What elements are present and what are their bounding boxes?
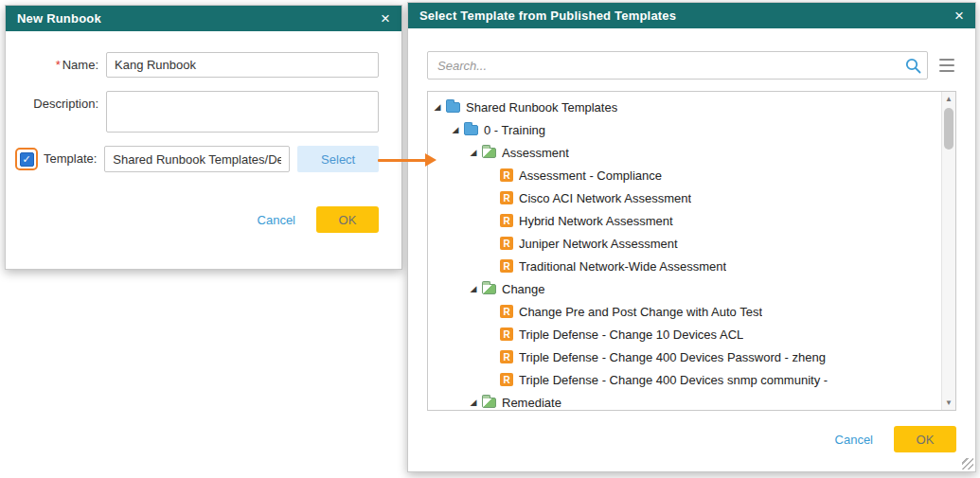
select-template-button[interactable]: Select <box>297 146 379 172</box>
expander-icon[interactable]: ◢ <box>468 284 479 293</box>
description-row: Description: <box>15 91 379 133</box>
folder-icon <box>464 125 478 135</box>
runbook-icon: R <box>500 191 513 204</box>
select-template-footer: Cancel OK <box>427 426 956 452</box>
tree-item[interactable]: RHybrid Network Assessment <box>428 209 936 232</box>
annotation-arrow-head <box>425 153 437 167</box>
search-row <box>427 51 956 80</box>
tree-item[interactable]: ◢Change <box>428 277 936 300</box>
dialog-title: Select Template from Published Templates <box>419 9 953 23</box>
cancel-button[interactable]: Cancel <box>835 433 873 447</box>
tree-item-label: Shared Runbook Templates <box>466 100 617 115</box>
check-icon: ✓ <box>22 154 30 165</box>
runbook-icon: R <box>500 237 513 250</box>
tree-item[interactable]: ◢Shared Runbook Templates <box>428 96 936 118</box>
tree-item-label: Traditional Network-Wide Assessment <box>519 259 726 274</box>
search-icon[interactable] <box>904 57 921 74</box>
tree-item-label: Assessment - Compliance <box>519 168 662 183</box>
tree-item[interactable]: RTriple Defense - Change 10 Devices ACL <box>428 323 936 345</box>
expander-icon[interactable]: ◢ <box>450 125 461 134</box>
tree-item-label: Remediate <box>502 396 561 410</box>
expander-icon[interactable]: ◢ <box>432 102 443 112</box>
new-runbook-footer: Cancel OK <box>15 206 379 233</box>
description-label: Description: <box>15 91 106 111</box>
ok-button[interactable]: OK <box>894 426 956 452</box>
template-tree: ◢Shared Runbook Templates◢0 - Training◢A… <box>428 92 955 411</box>
tree-item-label: Triple Defense - Change 400 Devices Pass… <box>519 350 826 364</box>
name-input[interactable] <box>106 52 379 78</box>
tree-item[interactable]: RTraditional Network-Wide Assessment <box>428 255 936 277</box>
folder-icon <box>446 102 460 113</box>
new-runbook-dialog: New Runbook × *Name: Description: ✓ Temp… <box>5 5 402 270</box>
select-template-titlebar: Select Template from Published Templates… <box>408 3 975 28</box>
description-input[interactable] <box>106 91 379 133</box>
tree-item[interactable]: RAssessment - Compliance <box>428 164 936 186</box>
scroll-down-icon[interactable]: ▼ <box>942 396 955 410</box>
tree-item-label: Hybrid Network Assessment <box>519 214 673 228</box>
runbook-icon: R <box>500 214 513 227</box>
tree-item[interactable]: RTriple Defense - Change 400 Devices Pas… <box>428 345 936 368</box>
template-input[interactable] <box>104 146 290 172</box>
runbook-icon: R <box>500 259 513 273</box>
scrollbar-thumb[interactable] <box>944 108 953 150</box>
close-icon[interactable]: × <box>379 10 392 27</box>
runbook-icon: R <box>500 350 513 363</box>
tree-item[interactable]: RChange Pre and Post Change with Auto Te… <box>428 300 936 323</box>
tree-item-label: Juniper Network Assessment <box>519 237 678 251</box>
ok-button[interactable]: OK <box>316 206 379 233</box>
menu-icon[interactable] <box>937 58 956 73</box>
tree-item[interactable]: ◢Assessment <box>428 141 936 164</box>
expander-icon[interactable]: ◢ <box>468 398 479 407</box>
checkbox-highlight-annotation: ✓ <box>15 148 38 170</box>
name-row: *Name: <box>15 52 379 78</box>
tree-item-label: 0 - Training <box>484 123 545 137</box>
cancel-button[interactable]: Cancel <box>258 213 295 227</box>
tree-item-label: Change <box>502 282 545 296</box>
category-icon <box>482 284 496 294</box>
new-runbook-titlebar: New Runbook × <box>6 6 401 31</box>
annotation-arrow <box>378 159 427 162</box>
runbook-icon: R <box>500 168 513 182</box>
expander-icon[interactable]: ◢ <box>468 148 479 157</box>
screen: New Runbook × *Name: Description: ✓ Temp… <box>0 0 980 478</box>
tree-item[interactable]: RTriple Defense - Change 400 Devices snm… <box>428 368 936 391</box>
template-label: Template: <box>40 146 104 166</box>
select-template-dialog: Select Template from Published Templates… <box>407 2 976 472</box>
tree-item-label: Triple Defense - Change 10 Devices ACL <box>519 328 743 342</box>
tree-item[interactable]: RCisco ACI Network Assessment <box>428 186 936 209</box>
tree-item[interactable]: ◢Remediate <box>428 391 936 411</box>
runbook-icon: R <box>500 328 513 341</box>
dialog-title: New Runbook <box>17 11 379 26</box>
search-input[interactable] <box>427 51 928 80</box>
vertical-scrollbar[interactable]: ▲ ▼ <box>941 92 955 410</box>
name-label: *Name: <box>15 52 106 72</box>
required-mark: * <box>56 58 61 72</box>
template-tree-panel: ◢Shared Runbook Templates◢0 - Training◢A… <box>427 91 956 411</box>
runbook-icon: R <box>500 373 513 386</box>
category-icon <box>482 148 496 158</box>
runbook-icon: R <box>500 305 513 318</box>
search-box <box>427 51 928 80</box>
template-checkbox[interactable]: ✓ <box>20 152 34 167</box>
tree-item-label: Change Pre and Post Change with Auto Tes… <box>519 305 762 319</box>
scroll-up-icon[interactable]: ▲ <box>942 92 955 106</box>
template-row: ✓ Template: Select <box>15 146 379 172</box>
tree-item[interactable]: RJuniper Network Assessment <box>428 232 936 255</box>
tree-item-label: Cisco ACI Network Assessment <box>519 191 691 205</box>
resize-grip[interactable] <box>962 458 973 469</box>
tree-item-label: Assessment <box>502 146 569 160</box>
close-icon[interactable]: × <box>953 8 966 24</box>
category-icon <box>482 398 496 408</box>
tree-item-label: Triple Defense - Change 400 Devices snmp… <box>519 373 828 387</box>
tree-item[interactable]: ◢0 - Training <box>428 118 936 141</box>
